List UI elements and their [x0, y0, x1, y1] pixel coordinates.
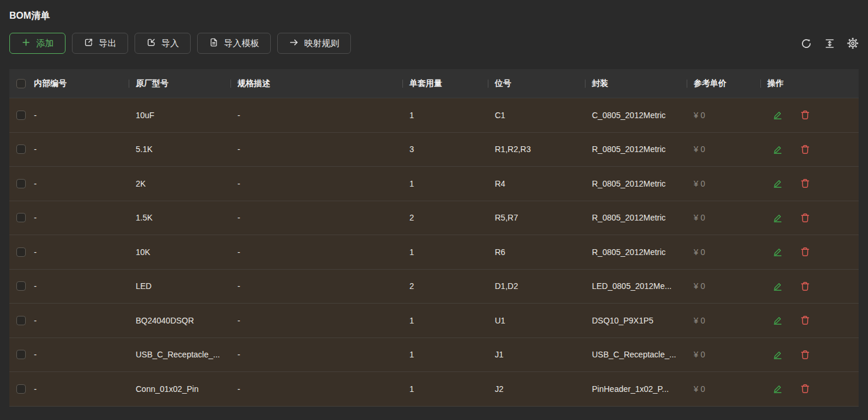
row-select-cell: [9, 372, 27, 406]
column-header-designators: 位号: [488, 69, 585, 98]
column-header-internal-no: 内部编号: [27, 69, 129, 98]
import-button[interactable]: 导入: [135, 33, 191, 54]
cell-actions: [760, 133, 859, 167]
cell-designators: C1: [488, 98, 585, 132]
cell-mpn: 2K: [129, 167, 230, 201]
cell-price: ¥ 0: [687, 304, 760, 338]
row-select-cell: [9, 167, 27, 201]
settings-gear-icon[interactable]: [847, 37, 859, 49]
cell-footprint: DSQ10_P9X1P5: [585, 304, 687, 338]
mapping-rules-button[interactable]: 映射规则: [277, 33, 351, 54]
cell-spec: -: [230, 304, 402, 338]
row-select-cell: [9, 304, 27, 338]
cell-footprint: R_0805_2012Metric: [585, 167, 687, 201]
edit-pencil-icon[interactable]: [772, 281, 783, 292]
trash-icon[interactable]: [800, 281, 811, 292]
mapping-rules-button-label: 映射规则: [304, 38, 339, 49]
cell-mpn: USB_C_Receptacle_...: [129, 338, 230, 372]
cell-designators: D1,D2: [488, 270, 585, 304]
cell-internal-no: -: [27, 338, 129, 372]
cell-internal-no: -: [27, 201, 129, 235]
cell-qty: 2: [402, 270, 488, 304]
trash-icon[interactable]: [800, 349, 811, 360]
cell-price: ¥ 0: [687, 98, 760, 132]
trash-icon[interactable]: [800, 178, 811, 189]
cell-actions: [760, 201, 859, 235]
cell-qty: 1: [402, 338, 488, 372]
cell-footprint: LED_0805_2012Me...: [585, 270, 687, 304]
row-checkbox[interactable]: [16, 111, 26, 120]
cell-mpn: 10K: [129, 235, 230, 269]
import-template-button[interactable]: 导入模板: [197, 33, 271, 54]
arrow-right-icon: [289, 37, 299, 49]
cell-price: ¥ 0: [687, 133, 760, 167]
row-select-cell: [9, 338, 27, 372]
cell-qty: 2: [402, 201, 488, 235]
cell-designators: J1: [488, 338, 585, 372]
cell-spec: -: [230, 133, 402, 167]
edit-pencil-icon[interactable]: [772, 315, 783, 326]
import-button-label: 导入: [161, 38, 179, 49]
edit-pencil-icon[interactable]: [772, 109, 783, 121]
trash-icon[interactable]: [800, 383, 811, 394]
cell-mpn: 1.5K: [129, 201, 230, 235]
file-icon: [209, 37, 219, 49]
table-row: - LED - 2 D1,D2 LED_0805_2012Me... ¥ 0: [9, 270, 859, 304]
cell-internal-no: -: [27, 372, 129, 406]
cell-price: ¥ 0: [687, 167, 760, 201]
select-all-cell: [9, 69, 27, 98]
column-header-mpn: 原厂型号: [129, 69, 230, 98]
trash-icon[interactable]: [800, 315, 811, 326]
row-checkbox[interactable]: [16, 179, 26, 188]
row-checkbox[interactable]: [16, 213, 26, 222]
table-row: - BQ24040DSQR - 1 U1 DSQ10_P9X1P5 ¥ 0: [9, 304, 859, 338]
row-checkbox[interactable]: [16, 281, 26, 291]
cell-internal-no: -: [27, 304, 129, 338]
add-button[interactable]: 添加: [9, 33, 66, 54]
cell-actions: [760, 167, 859, 201]
refresh-icon[interactable]: [800, 37, 812, 49]
row-select-cell: [9, 98, 27, 132]
column-header-actions: 操作: [760, 69, 859, 98]
cell-footprint: PinHeader_1x02_P...: [585, 372, 687, 406]
trash-icon[interactable]: [800, 109, 811, 121]
column-header-footprint: 封装: [585, 69, 687, 98]
add-button-label: 添加: [36, 38, 54, 49]
export-button[interactable]: 导出: [72, 33, 128, 54]
page-title: BOM清单: [9, 9, 859, 22]
cell-footprint: R_0805_2012Metric: [585, 133, 687, 167]
table-row: - 10uF - 1 C1 C_0805_2012Metric ¥ 0: [9, 98, 859, 133]
cell-mpn: 10uF: [129, 98, 230, 132]
select-all-checkbox[interactable]: [16, 79, 26, 88]
row-checkbox[interactable]: [16, 350, 26, 359]
row-height-icon[interactable]: [824, 37, 835, 49]
row-checkbox[interactable]: [16, 316, 26, 325]
cell-spec: -: [230, 98, 402, 132]
edit-pencil-icon[interactable]: [772, 383, 783, 394]
edit-pencil-icon[interactable]: [772, 246, 783, 257]
row-checkbox[interactable]: [16, 247, 26, 257]
trash-icon[interactable]: [800, 212, 811, 223]
cell-qty: 1: [402, 372, 488, 406]
edit-pencil-icon[interactable]: [772, 212, 783, 223]
trash-icon[interactable]: [800, 246, 811, 257]
edit-pencil-icon[interactable]: [772, 144, 783, 155]
edit-pencil-icon[interactable]: [772, 349, 783, 360]
cell-actions: [760, 304, 859, 338]
trash-icon[interactable]: [800, 144, 811, 155]
row-checkbox[interactable]: [16, 144, 26, 154]
cell-designators: J2: [488, 372, 585, 406]
cell-price: ¥ 0: [687, 201, 760, 235]
row-select-cell: [9, 235, 27, 269]
row-checkbox[interactable]: [16, 384, 26, 394]
table-row: - USB_C_Receptacle_... - 1 J1 USB_C_Rece…: [9, 338, 859, 373]
cell-price: ¥ 0: [687, 235, 760, 269]
cell-qty: 1: [402, 304, 488, 338]
export-icon: [84, 37, 94, 49]
row-select-cell: [9, 133, 27, 167]
cell-qty: 1: [402, 98, 488, 132]
cell-footprint: R_0805_2012Metric: [585, 235, 687, 269]
edit-pencil-icon[interactable]: [772, 178, 783, 189]
cell-footprint: C_0805_2012Metric: [585, 98, 687, 132]
cell-designators: R5,R7: [488, 201, 585, 235]
